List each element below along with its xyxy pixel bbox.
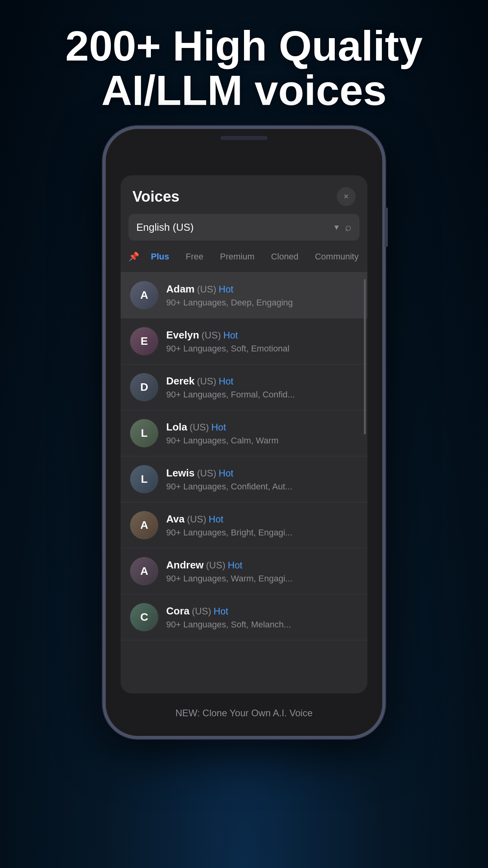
- clone-cta-text: NEW: Clone Your Own A.I. Voice: [175, 708, 312, 719]
- voice-description: 90+ Languages, Soft, Melanch...: [166, 620, 358, 630]
- voice-locale: (US): [189, 422, 209, 433]
- phone-notch: [220, 136, 268, 140]
- voice-hot-badge: Hot: [228, 560, 242, 571]
- language-selector[interactable]: English (US) ▾ ⌕: [128, 214, 360, 241]
- voice-description: 90+ Languages, Confident, Aut...: [166, 482, 358, 492]
- voice-hot-badge: Hot: [223, 330, 238, 341]
- tab-cloned[interactable]: Cloned: [264, 248, 306, 266]
- voice-name-row: Derek (US) Hot: [166, 375, 358, 387]
- voice-item-adam[interactable]: A Adam (US) Hot 90+ Languages, Deep, Eng…: [121, 272, 367, 318]
- chevron-down-icon: ▾: [334, 222, 339, 232]
- voice-info-lola: Lola (US) Hot 90+ Languages, Calm, Warm: [166, 421, 358, 446]
- close-icon: ×: [344, 191, 349, 202]
- avatar-derek: D: [130, 373, 158, 401]
- voice-name: Adam: [166, 283, 194, 295]
- voice-name: Lewis: [166, 467, 194, 479]
- phone-screen: Voices × English (US) ▾ ⌕ 📌 Plus Free P: [109, 132, 379, 733]
- avatar-lola: L: [130, 419, 158, 447]
- search-icon[interactable]: ⌕: [345, 221, 352, 234]
- voice-name: Andrew: [166, 559, 204, 571]
- pin-icon[interactable]: 📌: [128, 252, 139, 262]
- voice-name: Evelyn: [166, 329, 199, 341]
- voice-hot-badge: Hot: [209, 514, 223, 525]
- hero-title: 200+ High Quality AI/LLM voices: [0, 24, 488, 113]
- voice-info-evelyn: Evelyn (US) Hot 90+ Languages, Soft, Emo…: [166, 329, 358, 354]
- voice-locale: (US): [202, 330, 221, 341]
- voice-locale: (US): [192, 606, 211, 617]
- voice-item-andrew[interactable]: A Andrew (US) Hot 90+ Languages, Warm, E…: [121, 548, 367, 594]
- tab-plus[interactable]: Plus: [144, 248, 176, 266]
- voice-item-cora[interactable]: C Cora (US) Hot 90+ Languages, Soft, Mel…: [121, 594, 367, 640]
- voice-description: 90+ Languages, Deep, Engaging: [166, 298, 358, 308]
- bottom-bar: NEW: Clone Your Own A.I. Voice: [109, 693, 379, 733]
- voice-name: Ava: [166, 513, 185, 525]
- filter-tabs: 📌 Plus Free Premium Cloned Community: [121, 248, 367, 272]
- voice-locale: (US): [206, 560, 225, 571]
- voice-description: 90+ Languages, Bright, Engagi...: [166, 528, 358, 538]
- avatar-cora: C: [130, 603, 158, 631]
- voices-modal: Voices × English (US) ▾ ⌕ 📌 Plus Free P: [121, 175, 367, 693]
- avatar-adam: A: [130, 281, 158, 309]
- voice-description: 90+ Languages, Soft, Emotional: [166, 344, 358, 354]
- voice-item-evelyn[interactable]: E Evelyn (US) Hot 90+ Languages, Soft, E…: [121, 318, 367, 364]
- voice-locale: (US): [197, 376, 216, 387]
- voice-info-andrew: Andrew (US) Hot 90+ Languages, Warm, Eng…: [166, 559, 358, 584]
- voice-hot-badge: Hot: [219, 284, 233, 295]
- voice-locale: (US): [187, 514, 206, 525]
- voice-description: 90+ Languages, Formal, Confid...: [166, 390, 358, 400]
- voice-hot-badge: Hot: [211, 422, 226, 433]
- modal-header: Voices ×: [121, 175, 367, 214]
- voice-info-cora: Cora (US) Hot 90+ Languages, Soft, Melan…: [166, 605, 358, 630]
- voice-name-row: Ava (US) Hot: [166, 513, 358, 525]
- modal-title: Voices: [132, 188, 180, 205]
- close-button[interactable]: ×: [337, 187, 356, 206]
- avatar-ava: A: [130, 511, 158, 539]
- voice-info-derek: Derek (US) Hot 90+ Languages, Formal, Co…: [166, 375, 358, 400]
- voice-name: Derek: [166, 375, 194, 387]
- voice-locale: (US): [197, 468, 216, 479]
- voice-item-lewis[interactable]: L Lewis (US) Hot 90+ Languages, Confiden…: [121, 456, 367, 502]
- voice-name: Lola: [166, 421, 187, 433]
- voice-description: 90+ Languages, Warm, Engagi...: [166, 574, 358, 584]
- scroll-indicator: [364, 279, 366, 434]
- voice-name-row: Cora (US) Hot: [166, 605, 358, 617]
- avatar-andrew: A: [130, 557, 158, 585]
- voice-info-lewis: Lewis (US) Hot 90+ Languages, Confident,…: [166, 467, 358, 492]
- voice-item-ava[interactable]: A Ava (US) Hot 90+ Languages, Bright, En…: [121, 502, 367, 548]
- voice-info-ava: Ava (US) Hot 90+ Languages, Bright, Enga…: [166, 513, 358, 538]
- voice-name: Cora: [166, 605, 189, 617]
- avatar-lewis: L: [130, 465, 158, 493]
- voice-item-lola[interactable]: L Lola (US) Hot 90+ Languages, Calm, War…: [121, 410, 367, 456]
- voice-name-row: Lewis (US) Hot: [166, 467, 358, 479]
- tab-community[interactable]: Community: [308, 248, 365, 266]
- voice-name-row: Adam (US) Hot: [166, 283, 358, 295]
- voice-hot-badge: Hot: [219, 376, 233, 387]
- tab-free[interactable]: Free: [178, 248, 210, 266]
- voice-item-derek[interactable]: D Derek (US) Hot 90+ Languages, Formal, …: [121, 364, 367, 410]
- tab-premium[interactable]: Premium: [213, 248, 262, 266]
- phone-mockup: Voices × English (US) ▾ ⌕ 📌 Plus Free P: [103, 126, 385, 739]
- voice-list: A Adam (US) Hot 90+ Languages, Deep, Eng…: [121, 272, 367, 693]
- voice-description: 90+ Languages, Calm, Warm: [166, 436, 358, 446]
- voice-name-row: Lola (US) Hot: [166, 421, 358, 433]
- language-value: English (US): [136, 221, 334, 234]
- voice-hot-badge: Hot: [214, 606, 228, 617]
- phone-frame: Voices × English (US) ▾ ⌕ 📌 Plus Free P: [103, 126, 385, 739]
- voice-name-row: Evelyn (US) Hot: [166, 329, 358, 341]
- avatar-evelyn: E: [130, 327, 158, 355]
- voice-locale: (US): [197, 284, 216, 295]
- voice-info-adam: Adam (US) Hot 90+ Languages, Deep, Engag…: [166, 283, 358, 308]
- voice-name-row: Andrew (US) Hot: [166, 559, 358, 571]
- voice-hot-badge: Hot: [219, 468, 233, 479]
